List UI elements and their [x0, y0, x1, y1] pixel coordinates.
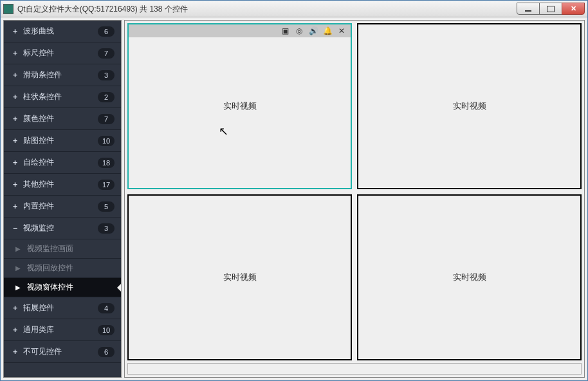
minimize-button[interactable] [517, 3, 540, 15]
count-badge: 3 [98, 70, 115, 80]
count-badge: 6 [98, 26, 115, 37]
window-title: Qt自定义控件大全(QQ:517216493) 共 138 个控件 [17, 1, 517, 17]
count-badge: 7 [98, 48, 115, 59]
chevron-right-icon: ▶ [15, 245, 21, 252]
count-badge: 7 [98, 114, 115, 124]
main-area: + 波形曲线 6 + 标尺控件 7 + 滑动条控件 3 + 柱状条控件 2 + … [1, 17, 587, 380]
sidebar-group-color[interactable]: + 颜色控件 7 [4, 108, 121, 130]
sidebar-group-bar[interactable]: + 柱状条控件 2 [4, 86, 121, 108]
content-area: ▣ ◎ 🔊 🔔 ✕ 实时视频 ↖ 实时视频 实时视频 实时视频 [124, 20, 585, 378]
video-panel-label: 实时视频 [223, 100, 257, 112]
snapshot-icon[interactable]: ◎ [294, 26, 304, 36]
count-badge: 4 [98, 303, 115, 313]
sidebar-label: 拓展控件 [23, 302, 98, 313]
sidebar-group-extend[interactable]: + 拓展控件 4 [4, 297, 121, 319]
plus-icon: + [13, 304, 22, 313]
sidebar-label: 标尺控件 [23, 48, 98, 59]
plus-icon: + [13, 49, 22, 58]
sidebar-label: 其他控件 [23, 179, 98, 190]
chevron-right-icon: ▶ [15, 284, 21, 291]
sidebar-group-waveform[interactable]: + 波形曲线 6 [4, 21, 121, 42]
close-button[interactable] [562, 3, 585, 15]
plus-icon: + [13, 180, 22, 189]
count-badge: 10 [98, 325, 115, 335]
sidebar-label: 不可见控件 [23, 346, 98, 357]
sidebar-group-slider[interactable]: + 滑动条控件 3 [4, 64, 121, 86]
status-bar [127, 363, 582, 375]
video-panel-4[interactable]: 实时视频 [357, 194, 582, 360]
video-grid: ▣ ◎ 🔊 🔔 ✕ 实时视频 ↖ 实时视频 实时视频 实时视频 [127, 23, 582, 360]
sidebar-group-draw[interactable]: + 自绘控件 18 [4, 152, 121, 174]
plus-icon: + [13, 71, 22, 80]
minus-icon: − [13, 224, 22, 233]
sidebar-sub-video-widget[interactable]: ▶ 视频窗体控件 [4, 278, 121, 297]
alarm-icon[interactable]: 🔔 [322, 26, 333, 36]
audio-icon[interactable]: 🔊 [308, 26, 318, 36]
sidebar-label: 柱状条控件 [23, 91, 98, 102]
count-badge: 2 [98, 92, 115, 102]
sidebar-group-common[interactable]: + 通用类库 10 [4, 319, 121, 341]
plus-icon: + [13, 136, 22, 145]
sidebar-label: 贴图控件 [23, 135, 98, 146]
plus-icon: + [13, 115, 22, 124]
sidebar-label: 波形曲线 [23, 26, 98, 37]
sidebar-group-image[interactable]: + 贴图控件 10 [4, 130, 121, 152]
video-panel-2[interactable]: 实时视频 [357, 23, 582, 189]
sidebar-group-builtin[interactable]: + 内置控件 5 [4, 196, 121, 218]
video-panel-3[interactable]: 实时视频 [127, 194, 352, 360]
video-panel-label: 实时视频 [453, 100, 486, 112]
plus-icon: + [13, 27, 22, 36]
count-badge: 6 [98, 347, 115, 357]
sidebar-label: 视频监控 [23, 223, 98, 234]
sidebar-sub-video-monitor[interactable]: ▶ 视频监控画面 [4, 239, 121, 259]
video-toolbar: ▣ ◎ 🔊 🔔 ✕ [129, 24, 351, 37]
sidebar[interactable]: + 波形曲线 6 + 标尺控件 7 + 滑动条控件 3 + 柱状条控件 2 + … [3, 20, 122, 378]
count-badge: 3 [98, 223, 115, 234]
plus-icon: + [13, 93, 22, 102]
video-panel-label: 实时视频 [223, 272, 257, 283]
sidebar-label: 通用类库 [23, 324, 98, 335]
plus-icon: + [13, 202, 22, 211]
sidebar-group-video[interactable]: − 视频监控 3 [4, 218, 121, 239]
plus-icon: + [13, 348, 22, 357]
count-badge: 5 [98, 201, 115, 212]
window-buttons [517, 3, 585, 15]
plus-icon: + [13, 326, 22, 335]
sidebar-label: 滑动条控件 [23, 70, 98, 80]
mouse-cursor-icon: ↖ [219, 124, 228, 138]
count-badge: 10 [98, 136, 115, 146]
count-badge: 18 [98, 158, 115, 168]
chevron-right-icon: ▶ [15, 265, 21, 272]
sidebar-label: 颜色控件 [23, 113, 98, 124]
sidebar-sub-label: 视频监控画面 [27, 243, 73, 254]
plus-icon: + [13, 158, 22, 167]
sidebar-sub-video-playback[interactable]: ▶ 视频回放控件 [4, 259, 121, 278]
sidebar-group-ruler[interactable]: + 标尺控件 7 [4, 42, 121, 64]
sidebar-label: 自绘控件 [23, 157, 98, 168]
app-icon [3, 4, 14, 14]
video-panel-1[interactable]: ▣ ◎ 🔊 🔔 ✕ 实时视频 ↖ [127, 23, 352, 189]
video-panel-label: 实时视频 [453, 272, 486, 283]
titlebar: Qt自定义控件大全(QQ:517216493) 共 138 个控件 [1, 1, 587, 17]
sidebar-sub-label: 视频窗体控件 [27, 282, 73, 293]
record-icon[interactable]: ▣ [280, 26, 290, 36]
count-badge: 17 [98, 180, 115, 190]
maximize-button[interactable] [539, 3, 562, 15]
sidebar-sub-label: 视频回放控件 [27, 263, 73, 274]
sidebar-label: 内置控件 [23, 201, 98, 212]
sidebar-group-other[interactable]: + 其他控件 17 [4, 174, 121, 196]
close-icon[interactable]: ✕ [336, 26, 347, 36]
sidebar-group-invisible[interactable]: + 不可见控件 6 [4, 341, 121, 363]
